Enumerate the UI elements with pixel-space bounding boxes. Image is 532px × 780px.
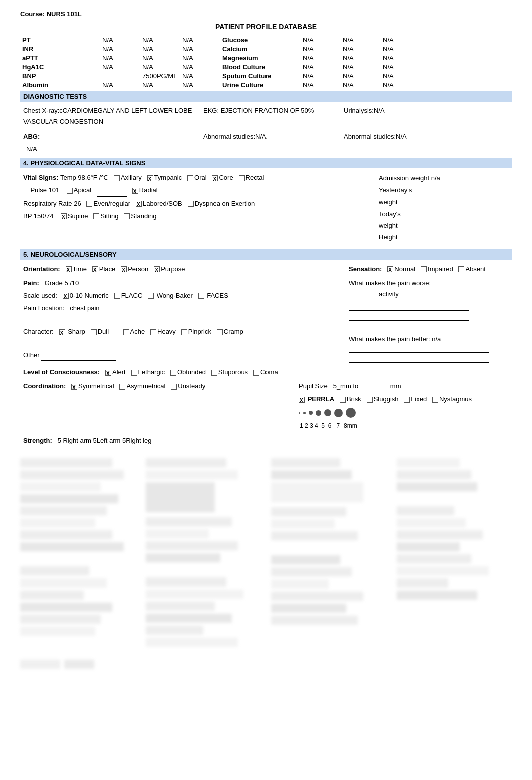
cb-char-sharp[interactable] [59,329,65,335]
cb-lethargic[interactable] [131,370,137,376]
cb-scale-flacc[interactable] [114,293,120,299]
cb-orientation-person[interactable] [121,266,127,272]
section4-header: 4. PHYSIOLOGICAL DATA-VITAL SIGNS [20,158,512,168]
activity-underscore [349,294,379,294]
cb-coma[interactable] [253,370,259,376]
lab-glucose-v2: N/A [341,36,381,44]
redacted-right [146,458,261,650]
cb-symmetrical[interactable] [71,384,77,390]
redacted-far-right [397,458,512,650]
cb-dyspnea-exertion[interactable] [188,201,194,207]
chest-xray-label: Chest X-ray:cCARDIOMEGALY AND LEFT LOWER… [23,105,203,127]
activity-field [399,294,489,294]
cb-char-pinprick[interactable] [181,329,187,335]
cb-supine[interactable] [61,213,67,219]
coordination-label: Coordination: [23,382,66,390]
section5-header: 5. NEUROLOGICAL/SENSORY [20,249,512,260]
pupil-3mm [309,411,313,415]
pain-other-line: Other [23,350,349,361]
pupil-2mm [303,412,306,414]
pupil-7mm [346,408,356,418]
cb-scale-010[interactable] [63,293,69,299]
orientation-left: Orientation: Time Place Person Purpose [23,264,349,275]
pain-right: What makes the pain worse: activity What… [349,278,509,365]
lab-albumin-v3: N/A [180,81,220,89]
diagnostic-row-2 [23,129,509,130]
cb-perrla-x[interactable] [299,397,305,403]
cb-sensation-absent[interactable] [458,266,464,272]
abg-label: ABG: [23,131,203,142]
pain-better-line1 [349,345,489,353]
cb-scale-faces[interactable] [198,293,204,299]
pain-better-value: n/a [432,335,441,343]
vital-temp: Temp 98.6°F /℃ [60,174,108,181]
pupil-4mm [316,410,321,416]
perrla-label: PERRLA [308,395,334,403]
cb-orientation-place[interactable] [92,266,98,272]
cb-stuporous[interactable] [211,370,217,376]
lab-bnp-v2: 7500PG/ML [140,72,180,80]
pupil-1mm [299,412,300,414]
height-value-field [399,243,449,243]
resp-line: Respiratory Rate 26 Even/regular Labored… [23,198,379,209]
cb-orientation-time[interactable] [66,266,72,272]
cb-sensation-impaired[interactable] [421,266,427,272]
cb-rectal[interactable] [239,175,245,181]
cb-char-dull[interactable] [91,329,97,335]
diagnostic-row-1: Chest X-ray:cCARDIOMEGALY AND LEFT LOWER… [23,105,509,128]
cb-sitting[interactable] [93,213,99,219]
cb-char-ache[interactable] [123,329,129,335]
cb-asymmetrical[interactable] [119,384,125,390]
cb-nystagmus[interactable] [432,397,438,403]
vital-signs-left: Vital Signs: Temp 98.6°F /℃ Axillary Tym… [23,172,379,223]
lab-urineculture-v2: N/A [341,81,381,89]
lab-bloodculture-label: Blood Culture [220,63,301,71]
pain-better-line2 [349,355,489,363]
pain-grade-line: Pain: Grade 5 /10 [23,278,349,289]
lab-aptt-v3: N/A [180,54,220,62]
pain-location-line: Pain Location: chest pain [23,303,349,314]
lab-bloodculture-v2: N/A [341,63,381,71]
cb-tympanic[interactable] [147,175,153,181]
pain-location-value: chest pain [70,304,99,312]
cb-char-cramp[interactable] [217,329,223,335]
cb-radial[interactable] [132,188,138,194]
pain-scale-line: Scale used: 0-10 Numeric FLACC Wong-Bake… [23,290,349,301]
cb-axillary[interactable] [114,175,120,181]
cb-sensation-normal[interactable] [387,266,393,272]
cb-fixed[interactable] [404,397,410,403]
cb-alert[interactable] [105,370,111,376]
cb-orientation-purpose[interactable] [154,266,160,272]
pain-character-line: Character: Sharp Dull Ache Heavy Pinpric… [23,326,349,337]
cb-labored-sob[interactable] [136,201,142,207]
redacted-left [20,458,136,650]
vital-signs-right: Admission weight n/a Yesterday's weight … [379,172,509,243]
cb-brisk[interactable] [340,397,346,403]
cb-unsteady[interactable] [171,384,177,390]
cb-obtunded[interactable] [170,370,176,376]
lab-pt-v2: N/A [140,36,180,44]
activity-row: activity [349,289,509,300]
cb-apical[interactable] [67,188,73,194]
loc-line: Level of Consciousness: Alert Lethargic … [23,367,509,378]
vital-signs-label: Vital Signs: [23,174,59,181]
activity-label: activity [379,289,399,300]
cb-char-heavy[interactable] [150,329,156,335]
cb-even-regular[interactable] [86,201,92,207]
lab-sputumculture-v2: N/A [341,72,381,80]
lab-calcium-v2: N/A [341,45,381,53]
cb-core[interactable] [212,175,218,181]
what-makes-better: What makes the pain better: n/a [349,334,509,345]
pulse-line: Pulse 101 Apical Radial [23,185,379,196]
yesterdays-weight: Yesterday's weight [379,184,509,208]
pupil-sizes-visual [299,408,509,418]
abg-na: N/A [23,144,509,155]
lab-bnp-v3: N/A [180,72,220,80]
cb-standing[interactable] [124,213,130,219]
cb-oral[interactable] [187,175,193,181]
sensation-label: Sensation: [349,265,382,273]
strength-value: 5 Right arm 5Left arm 5Right leg [58,437,152,444]
cb-sluggish[interactable] [367,397,373,403]
cb-scale-wongbaker[interactable] [148,293,154,299]
apical-field [97,196,127,197]
